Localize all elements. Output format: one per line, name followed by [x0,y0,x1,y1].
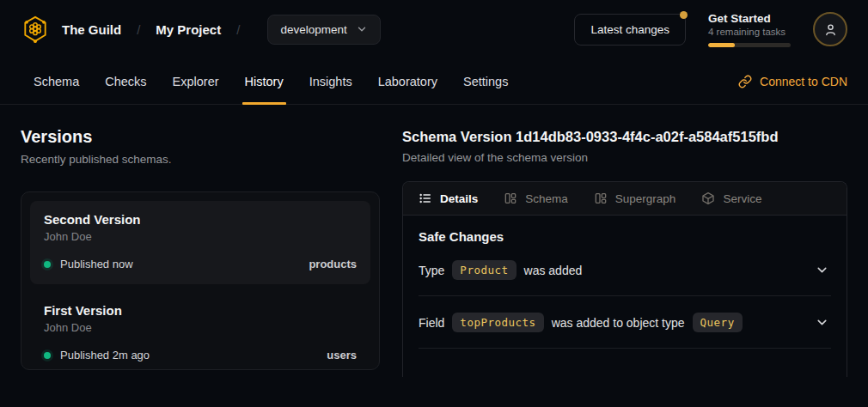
change-row[interactable]: Type Product was added [419,244,831,296]
tab-label: Details [440,192,478,205]
safe-changes-section: Safe Changes Type Product was added Fiel… [403,216,847,349]
tab-label: Service [723,192,761,205]
main-content: Versions Recently published schemas. Sec… [0,105,868,377]
versions-list: Second Version John Doe Published now pr… [21,191,380,370]
list-icon [419,191,432,205]
published-status-dot [44,352,51,359]
columns-icon [504,191,517,205]
get-started-subtitle: 4 remaining tasks [708,27,791,37]
detail-tabs: Details Schema Supergr [403,182,847,216]
breadcrumb-project[interactable]: My Project [156,22,221,37]
version-name: First Version [44,303,357,318]
tab-label: Schema [525,192,568,205]
published-status-dot [44,261,51,268]
change-text: Type [419,264,444,277]
published-time: Published 2m ago [60,349,150,361]
latest-changes-label: Latest changes [590,23,669,36]
versions-panel: Versions Recently published schemas. Sec… [21,127,380,377]
project-nav: Schema Checks Explorer History Insights … [0,58,868,105]
change-row[interactable]: Field topProducts was added to object ty… [419,296,831,349]
columns-icon [594,191,608,205]
tab-details[interactable]: Details [419,191,478,205]
schema-version-title: Schema Version 1d14db83-0933-4f4c-a02f-a… [402,129,847,145]
version-list-item[interactable]: First Version John Doe Published 2m ago … [30,292,370,375]
chevron-down-icon[interactable] [815,263,829,277]
version-name: Second Version [44,212,357,227]
get-started-title: Get Started [708,12,791,25]
link-icon [738,75,752,88]
tab-explorer[interactable]: Explorer [160,58,232,104]
service-name: users [327,349,357,361]
change-text: was added to object type [552,316,685,330]
tab-insights[interactable]: Insights [296,58,365,104]
tab-supergraph[interactable]: Supergraph [594,191,676,205]
breadcrumb-separator: / [133,22,144,37]
chevron-down-icon [356,23,368,35]
code-chip: Query [693,313,743,332]
tab-checks[interactable]: Checks [92,58,159,104]
safe-changes-title: Safe Changes [419,229,831,244]
tab-schema[interactable]: Schema [21,58,92,104]
schema-version-subtitle: Detailed view of the schema version [402,151,847,164]
notification-dot [680,11,688,19]
user-icon [823,22,838,37]
get-started-progressbar [708,43,791,47]
versions-subtitle: Recently published schemas. [21,153,380,166]
user-menu-button[interactable] [813,12,847,46]
version-author: John Doe [44,230,357,243]
get-started-widget[interactable]: Get Started 4 remaining tasks [708,12,791,47]
tab-laboratory[interactable]: Laboratory [365,58,450,104]
breadcrumb-org[interactable]: The Guild [62,22,121,37]
change-text: Field [419,316,444,330]
target-selector-value: development [280,23,346,36]
service-name: products [309,258,357,270]
chevron-down-icon[interactable] [815,315,829,330]
breadcrumb-separator: / [233,22,243,37]
hive-logo-icon[interactable] [21,15,50,44]
tab-settings[interactable]: Settings [450,58,521,104]
connect-to-cdn-label: Connect to CDN [760,75,847,88]
cube-icon [701,191,715,205]
tab-schema-view[interactable]: Schema [504,191,568,205]
change-text: was added [524,264,583,277]
schema-version-detail: Schema Version 1d14db83-0933-4f4c-a02f-a… [402,127,847,377]
code-chip: topProducts [452,313,543,332]
code-chip: Product [452,260,516,280]
breadcrumb: The Guild / My Project / development [21,15,381,45]
version-list-item[interactable]: Second Version John Doe Published now pr… [30,201,370,284]
progress-fill [708,43,735,47]
versions-title: Versions [21,127,380,147]
tab-history[interactable]: History [232,58,296,104]
latest-changes-button[interactable]: Latest changes [574,14,686,46]
target-selector-dropdown[interactable]: development [267,15,380,45]
connect-to-cdn-button[interactable]: Connect to CDN [738,58,847,104]
app-header: The Guild / My Project / development Lat… [0,0,868,58]
tab-label: Supergraph [615,192,676,205]
published-time: Published now [60,258,133,270]
version-author: John Doe [44,321,357,334]
version-detail-card: Details Schema Supergr [402,181,847,377]
tab-service[interactable]: Service [701,191,761,205]
